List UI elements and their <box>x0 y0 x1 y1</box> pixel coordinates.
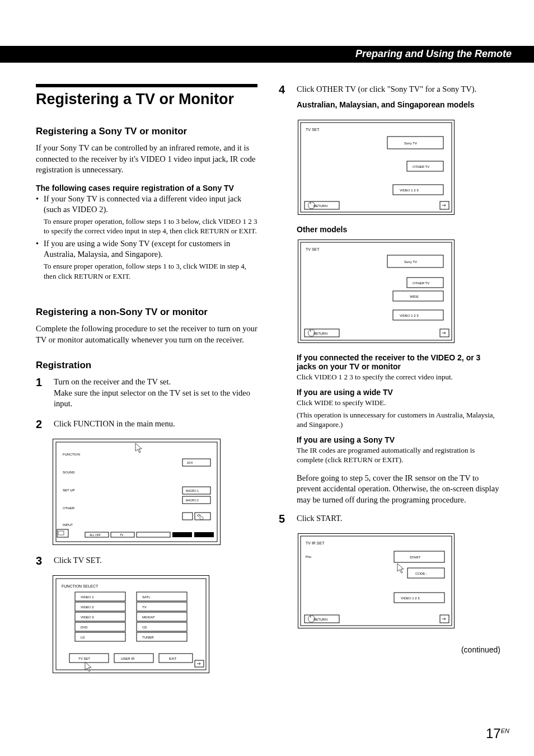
screenshot-ir-set: TV IR SET Pre- START CODE - VIDEO 1 2 3 … <box>298 533 455 628</box>
svg-rect-81 <box>301 536 452 626</box>
svg-text:RETURN: RETURN <box>313 332 327 335</box>
svg-text:CODE -: CODE - <box>415 572 427 575</box>
svg-text:SET UP: SET UP <box>63 489 75 492</box>
svg-text:2CH: 2CH <box>187 461 193 464</box>
svg-text:OTHER TV: OTHER TV <box>413 281 429 285</box>
svg-text:VIDEO 1 2 3: VIDEO 1 2 3 <box>400 189 419 192</box>
para-wide-1: Click WIDE to specify WIDE. <box>297 398 500 408</box>
svg-text:SOUND: SOUND <box>63 471 75 474</box>
heading-nonsony-tv: Registering a non-Sony TV or monitor <box>36 307 257 318</box>
svg-rect-15 <box>57 529 68 537</box>
svg-text:CD: CD <box>142 626 147 629</box>
svg-text:EXIT: EXIT <box>169 657 177 660</box>
step-number-5: 5 <box>279 513 288 524</box>
svg-text:WIDE: WIDE <box>410 295 419 298</box>
svg-text:VIDEO 1 2 3: VIDEO 1 2 3 <box>401 597 420 600</box>
step-number-2: 2 <box>36 419 45 430</box>
step-number-4: 4 <box>279 84 288 111</box>
svg-text:RETURN: RETURN <box>313 618 327 621</box>
continued-label: (continued) <box>279 645 500 654</box>
para-sony-tv: If your Sony TV can be controlled by an … <box>36 143 257 176</box>
title-rule <box>36 84 257 87</box>
svg-text:ALL OFF: ALL OFF <box>90 533 101 537</box>
svg-rect-80 <box>298 533 455 628</box>
screenshot-function-select: FUNCTION SELECT VIDEO 1VIDEO 2VIDEO 3DVD… <box>53 575 209 673</box>
step-1-line-2: Make sure the input selector on the TV s… <box>54 388 250 408</box>
svg-text:Sony TV: Sony TV <box>404 142 417 145</box>
svg-text:TV: TV <box>142 605 147 609</box>
svg-text:TV SET: TV SET <box>306 128 320 132</box>
svg-text:LD: LD <box>81 636 85 639</box>
svg-rect-54 <box>298 120 455 215</box>
svg-rect-19 <box>137 532 170 537</box>
svg-text:OTHER: OTHER <box>63 506 75 510</box>
step-5-text: Click START. <box>297 513 500 524</box>
caption-aus-models: Australian, Malaysian, and Singaporean m… <box>297 100 500 110</box>
svg-text:SATL: SATL <box>142 595 151 599</box>
svg-text:START: START <box>410 556 420 559</box>
svg-text:TUNER: TUNER <box>142 636 154 639</box>
bullet-wide-tv: If you are using a wide Sony TV (except … <box>36 238 257 281</box>
heading-sony-ir: If you are using a Sony TV <box>297 435 500 444</box>
svg-text:Pre-: Pre- <box>306 555 312 558</box>
svg-text:MD/DAT: MD/DAT <box>142 616 155 619</box>
svg-text:DVD: DVD <box>81 626 88 629</box>
svg-text:MACRO 2: MACRO 2 <box>186 499 199 502</box>
para-sony-ir: The IR codes are programed automatically… <box>297 445 500 465</box>
screenshot-tv-set-aus: TV SET Sony TV OTHER TV VIDEO 1 2 3 RETU… <box>298 120 455 215</box>
screenshot-tv-set-other: TV SET Sony TV OTHER TV WIDE VIDEO 1 2 3… <box>298 240 455 343</box>
bullet-different-input: If your Sony TV is connected via a diffe… <box>36 194 257 236</box>
svg-text:TV SET: TV SET <box>78 657 90 660</box>
header-section-title: Preparing and Using the Remote <box>355 48 512 60</box>
svg-text:VIDEO 2: VIDEO 2 <box>81 605 94 609</box>
heading-video23: If you connected the receiver to the VID… <box>297 353 500 371</box>
page-number: 17EN <box>486 726 509 741</box>
svg-text:INPUT: INPUT <box>63 523 73 527</box>
svg-text:TV IR SET: TV IR SET <box>306 541 325 545</box>
para-before-5: Before going to step 5, cover the IR sen… <box>297 473 500 506</box>
heading-sony-tv: Registering a Sony TV or monitor <box>36 126 257 137</box>
svg-rect-16 <box>58 531 64 535</box>
main-heading: Registering a TV or Monitor <box>36 91 257 108</box>
svg-text:TV SET: TV SET <box>306 247 320 251</box>
svg-text:OTHER TV: OTHER TV <box>413 165 429 168</box>
screenshot-main-menu: FUNCTION SOUND SET UP OTHER INPUT 2CH MA… <box>53 439 221 545</box>
step-number-3: 3 <box>36 555 45 566</box>
svg-rect-21 <box>194 532 214 537</box>
svg-text:VIDEO 3: VIDEO 3 <box>81 616 94 619</box>
svg-text:FUNCTION: FUNCTION <box>63 453 80 456</box>
heading-wide-tv: If you are using a wide TV <box>297 388 500 397</box>
heading-cases: The following cases require registration… <box>36 184 257 192</box>
step-4-text: Click OTHER TV (or click "Sony TV" for a… <box>297 84 500 95</box>
step-1-line-1: Turn on the receiver and the TV set. <box>54 377 171 386</box>
step-3-text: Click TV SET. <box>54 555 257 566</box>
svg-text:MACRO 1: MACRO 1 <box>186 489 199 492</box>
para-nonsony-tv: Complete the following procedure to set … <box>36 323 257 345</box>
svg-text:VIDEO 1: VIDEO 1 <box>81 595 94 599</box>
svg-rect-11 <box>195 513 210 520</box>
para-wide-2: (This operation is unnecessary for custo… <box>297 410 500 430</box>
svg-text:USER IR: USER IR <box>121 657 135 660</box>
svg-text:VIDEO 1 2 3: VIDEO 1 2 3 <box>400 314 419 317</box>
step-number-1: 1 <box>36 377 45 410</box>
para-video23: Click VIDEO 1 2 3 to specify the correct… <box>297 372 500 382</box>
svg-rect-20 <box>172 532 192 537</box>
svg-text:RETURN: RETURN <box>313 204 327 208</box>
svg-text:Sony TV: Sony TV <box>404 260 417 264</box>
svg-text:TV: TV <box>120 533 124 537</box>
heading-registration: Registration <box>36 360 257 371</box>
svg-rect-10 <box>182 513 193 520</box>
step-2-text: Click FUNCTION in the main menu. <box>54 419 257 430</box>
svg-text:FUNCTION SELECT: FUNCTION SELECT <box>62 584 99 588</box>
caption-other-models: Other models <box>297 225 500 234</box>
